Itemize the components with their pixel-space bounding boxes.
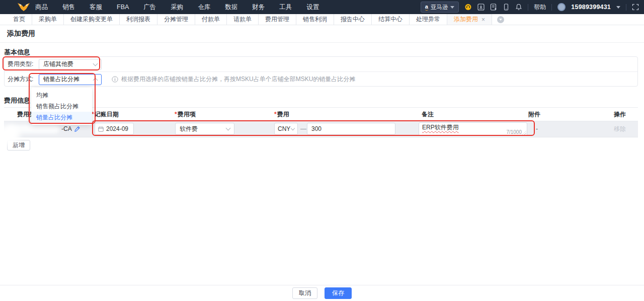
form-feedback-icon[interactable] xyxy=(490,4,497,11)
dropdown-option[interactable]: 销量占比分摊 xyxy=(31,112,92,123)
cancel-button[interactable]: 取消 xyxy=(292,287,317,299)
allocation-hint: 根据费用选择的店铺按销量占比分摊，再按MSKU占单个店铺全部MSKU的销量占比分… xyxy=(112,75,355,84)
menu-item[interactable]: FBA xyxy=(117,0,129,14)
account-chevron-down-icon[interactable] xyxy=(616,6,620,9)
remark-value: ERP软件费用 xyxy=(422,124,459,131)
save-button[interactable]: 保存 xyxy=(325,287,352,299)
header-action: 操作 xyxy=(614,108,626,121)
menu-item[interactable]: 工具 xyxy=(279,0,292,14)
header-billing-date: *记账日期 xyxy=(92,108,119,121)
chevron-down-icon xyxy=(450,6,454,9)
menu-item[interactable]: 财务 xyxy=(252,0,265,14)
tab-item[interactable]: 销售利润 xyxy=(296,14,334,25)
divider xyxy=(528,4,528,11)
remark-textarea[interactable]: ERP软件费用 7/1000 xyxy=(419,122,527,136)
menu-item[interactable]: 采购 xyxy=(171,0,183,14)
help-link[interactable]: 帮助 xyxy=(534,3,546,12)
allocation-value: 销量占比分摊 xyxy=(43,75,79,84)
tab-list-dropdown[interactable] xyxy=(497,14,504,25)
chevron-down-icon xyxy=(291,126,295,130)
tab-item[interactable]: 费用管理 xyxy=(258,14,296,25)
fee-table-header: 费用类型 *记账日期 *费用项 *费用 备注 附件 操作 xyxy=(4,107,638,121)
tab-item[interactable]: 首页 xyxy=(7,14,32,25)
store-selector[interactable]: a 亚马逊 xyxy=(421,2,459,13)
fee-table: 费用类型 *记账日期 *费用项 *费用 备注 附件 操作 -CA xyxy=(4,107,638,137)
user-avatar[interactable] xyxy=(557,3,566,11)
tab-label: 添加费用 xyxy=(454,15,478,24)
dropdown-option[interactable]: 均摊 xyxy=(31,90,92,101)
main-menu: 商品销售客服FBA广告采购仓库数据财务工具设置 xyxy=(35,0,319,14)
edit-store-icon[interactable] xyxy=(74,126,80,132)
fee-type-select[interactable]: 店铺其他费 xyxy=(39,59,102,70)
footer-action-bar: 取消 保存 xyxy=(0,285,644,301)
amazon-icon: a xyxy=(425,4,428,11)
calendar-icon xyxy=(98,126,104,132)
page-title: 添加费用 xyxy=(7,29,35,38)
tab-item[interactable]: 报告中心 xyxy=(334,14,371,25)
billing-date-value: 2024-09 xyxy=(106,125,128,132)
basic-info-form: 费用类型: 店铺其他费 分摊方式: 销量占比分摊 根据费 xyxy=(4,56,638,87)
mobile-app-icon[interactable] xyxy=(503,4,510,11)
billing-date-input[interactable]: 2024-09 xyxy=(95,123,134,135)
header-remark: 备注 xyxy=(422,108,434,121)
divider xyxy=(626,4,626,11)
tab-item[interactable]: 分摊管理 xyxy=(157,14,195,25)
remove-row-link[interactable]: 移除 xyxy=(614,121,626,137)
account-phone[interactable]: 15989399431 xyxy=(571,4,611,11)
tab-item[interactable]: 利润报表 xyxy=(119,14,157,25)
amount-value: 300 xyxy=(311,125,321,132)
chevron-down-icon xyxy=(93,61,98,66)
chevron-down-icon xyxy=(226,126,231,131)
tab-item[interactable]: 结算中心 xyxy=(371,14,409,25)
app-window: 商品销售客服FBA广告采购仓库数据财务工具设置 a 亚马逊 xyxy=(0,0,644,301)
tab-item[interactable]: 创建采购变更单 xyxy=(63,14,119,25)
divider xyxy=(551,4,552,11)
basic-info-section-title: 基本信息 xyxy=(4,48,30,57)
fee-info-section-title: 费用信息 xyxy=(4,96,30,105)
currency-value: CNY xyxy=(278,125,290,132)
tab-item[interactable]: 请款单 xyxy=(226,14,258,25)
info-icon xyxy=(112,76,118,83)
fee-table-row: -CA 2024-09 软件费 xyxy=(4,121,638,137)
fee-type-label: 费用类型: xyxy=(8,60,37,68)
tab-item[interactable]: 处理异常 xyxy=(409,14,447,25)
allocation-dropdown-panel: 均摊销售额占比分摊销量占比分摊 xyxy=(31,88,92,125)
fee-item-select[interactable]: 软件费 xyxy=(175,123,234,135)
notification-bell-icon[interactable] xyxy=(515,4,522,11)
menu-item[interactable]: 数据 xyxy=(225,0,237,14)
header-attachment: 附件 xyxy=(528,108,540,121)
tab-add-fee-active[interactable]: 添加费用 × xyxy=(447,14,492,25)
customer-service-icon[interactable] xyxy=(464,4,472,11)
tab-item[interactable]: 采购单 xyxy=(32,14,63,25)
tab-item[interactable]: 付款单 xyxy=(195,14,226,25)
fee-type-value: 店铺其他费 xyxy=(43,60,73,68)
allocation-select[interactable]: 销量占比分摊 xyxy=(39,74,102,85)
divider xyxy=(0,42,644,43)
menu-item[interactable]: 设置 xyxy=(306,0,319,14)
download-icon[interactable] xyxy=(477,4,485,11)
currency-select[interactable]: CNY xyxy=(274,123,298,135)
resize-grip-icon[interactable] xyxy=(522,131,526,135)
menu-item[interactable]: 销售 xyxy=(62,0,75,14)
header-fee-item: *费用项 xyxy=(175,108,196,121)
allocation-label: 分摊方式: xyxy=(8,75,37,84)
menu-item[interactable]: 客服 xyxy=(90,0,102,14)
menu-item[interactable]: 仓库 xyxy=(198,0,210,14)
menu-item[interactable]: 商品 xyxy=(35,0,48,14)
fullscreen-icon[interactable] xyxy=(632,4,639,11)
fee-type-row: 费用类型: 店铺其他费 xyxy=(5,57,637,72)
attachment-value: - xyxy=(536,121,538,137)
allocation-row: 分摊方式: 销量占比分摊 根据费用选择的店铺按销量占比分摊，再按MSKU占单个店… xyxy=(5,72,637,87)
open-tabs: 首页采购单创建采购变更单利润报表分摊管理付款单请款单费用管理销售利润报告中心结算… xyxy=(7,14,447,25)
dropdown-option[interactable]: 销售额占比分摊 xyxy=(31,101,92,112)
chevron-up-icon xyxy=(93,78,98,83)
brand-logo-icon[interactable] xyxy=(17,3,30,12)
allocation-hint-text: 根据费用选择的店铺按销量占比分摊，再按MSKU占单个店铺全部MSKU的销量占比分… xyxy=(121,75,355,84)
header-fee: *费用 xyxy=(274,108,289,121)
tab-bar: 首页采购单创建采购变更单利润报表分摊管理付款单请款单费用管理销售利润报告中心结算… xyxy=(0,14,644,25)
fee-item-value: 软件费 xyxy=(180,125,198,133)
range-dash: — xyxy=(300,121,306,137)
menu-item[interactable]: 广告 xyxy=(143,0,156,14)
tab-close-icon[interactable]: × xyxy=(481,17,485,23)
amount-input[interactable]: 300 xyxy=(307,123,395,135)
